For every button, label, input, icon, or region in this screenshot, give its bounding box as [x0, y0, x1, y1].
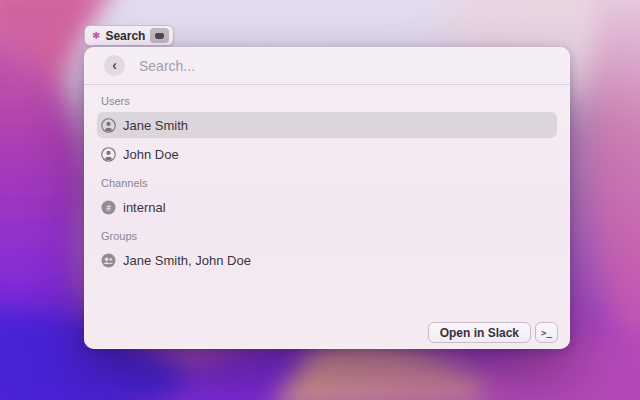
results-list: Users Jane Smith John Doe Ch [84, 95, 570, 273]
list-item-channel[interactable]: # internal [97, 194, 557, 220]
back-button[interactable]: ‹ [104, 55, 125, 76]
menubar-search-pill[interactable]: ✱ Search [84, 25, 174, 46]
section-header-channels: Channels [101, 177, 557, 189]
list-item-label: Jane Smith [123, 118, 188, 133]
person-circle-icon [101, 147, 116, 162]
list-item-user[interactable]: Jane Smith [97, 112, 557, 138]
action-bar: Open in Slack >_ [428, 322, 558, 343]
section-header-users: Users [101, 95, 557, 107]
search-input[interactable] [137, 57, 556, 75]
svg-text:#: # [106, 202, 111, 212]
list-item-user[interactable]: John Doe [97, 141, 557, 167]
back-chevron-icon: ‹ [112, 58, 117, 72]
terminal-key-button[interactable]: >_ [535, 322, 558, 343]
list-item-label: John Doe [123, 147, 179, 162]
asterisk-icon: ✱ [92, 31, 100, 41]
people-circle-icon [101, 253, 116, 268]
section-header-groups: Groups [101, 230, 557, 242]
hotkey-badge [150, 28, 169, 43]
hash-circle-icon: # [101, 200, 116, 215]
person-circle-icon [101, 118, 116, 133]
menubar-search-label: Search [105, 29, 145, 43]
search-popover-window: ‹ Users Jane Smith [84, 47, 570, 349]
search-bar: ‹ [84, 47, 570, 85]
list-item-group[interactable]: Jane Smith, John Doe [97, 247, 557, 273]
keycap-icon [155, 33, 164, 39]
open-in-slack-button[interactable]: Open in Slack [428, 322, 531, 343]
terminal-prompt-icon: >_ [541, 328, 552, 338]
list-item-label: Jane Smith, John Doe [123, 253, 251, 268]
list-item-label: internal [123, 200, 166, 215]
